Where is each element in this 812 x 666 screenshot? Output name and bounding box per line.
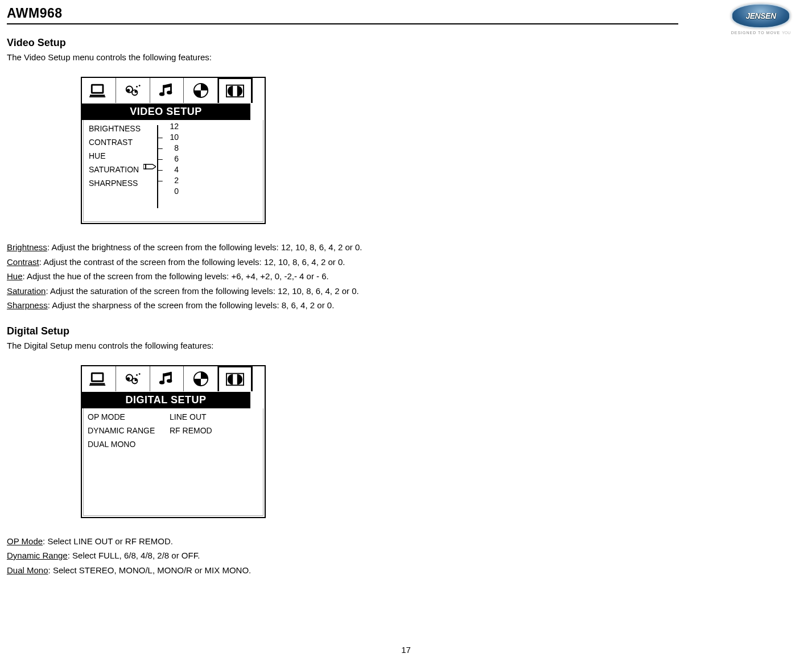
param-dual-mono: Dual Mono: Select STEREO, MONO/L, MONO/R…	[7, 563, 772, 578]
menu-item-dynamic-range: DYNAMIC RANGE	[82, 424, 167, 437]
svg-point-23	[136, 374, 138, 376]
param-brightness: Brightness: Adjust the brightness of the…	[7, 240, 772, 255]
svg-point-9	[139, 85, 141, 86]
page-number: 17	[0, 645, 812, 655]
tab-video-icon	[184, 366, 218, 391]
brand-tagline: DESIGNED TO MOVE YOU	[727, 31, 795, 35]
scale-4: 4	[164, 165, 179, 174]
digital-left-items: OP MODE DYNAMIC RANGE DUAL MONO	[82, 409, 167, 517]
scale-8: 8	[164, 143, 179, 152]
scale-10: 10	[164, 133, 179, 142]
video-setup-menu: VIDEO SETUP BRIGHTNESS CONTRAST HUE SATU…	[81, 77, 266, 224]
menu-tab-row	[82, 78, 265, 104]
svg-rect-17	[90, 383, 105, 384]
svg-point-22	[134, 378, 137, 381]
tab-digital-icon	[218, 78, 252, 103]
video-setup-intro: The Video Setup menu controls the follow…	[7, 52, 772, 62]
video-params: Brightness: Adjust the brightness of the…	[7, 240, 772, 313]
video-setup-heading: Video Setup	[7, 37, 772, 49]
svg-point-7	[134, 90, 137, 93]
svg-rect-3	[89, 96, 105, 97]
menu-item-opmode: OP MODE	[82, 410, 167, 424]
svg-point-10	[159, 92, 164, 96]
digital-params: OP Mode: Select LINE OUT or RF REMOD. Dy…	[7, 534, 772, 578]
scale-2: 2	[164, 176, 179, 185]
scale-0: 0	[164, 187, 179, 196]
param-opmode: OP Mode: Select LINE OUT or RF REMOD.	[7, 534, 772, 549]
svg-rect-1	[93, 86, 102, 92]
svg-point-11	[167, 90, 172, 94]
menu-item-dual-mono: DUAL MONO	[82, 437, 167, 451]
header-divider	[7, 23, 678, 24]
tab-speaker-icon	[116, 366, 150, 391]
param-contrast: Contrast: Adjust the contrast of the scr…	[7, 255, 772, 270]
tab-general-icon	[82, 366, 116, 391]
svg-point-25	[159, 380, 164, 384]
digital-menu-title: DIGITAL SETUP	[82, 392, 250, 408]
svg-point-24	[139, 373, 141, 375]
svg-point-26	[167, 379, 172, 383]
scale-6: 6	[164, 154, 179, 163]
tab-general-icon	[82, 78, 116, 103]
digital-setup-heading: Digital Setup	[7, 325, 772, 337]
menu-tab-row	[82, 366, 265, 392]
menu-value-rfremod: RF REMOD	[167, 424, 265, 437]
digital-menu-body: OP MODE DYNAMIC RANGE DUAL MONO LINE OUT…	[82, 408, 265, 517]
tab-speaker-icon	[116, 78, 150, 103]
tab-audio-icon	[150, 78, 184, 103]
param-hue: Hue: Adjust the hue of the screen from t…	[7, 269, 772, 284]
svg-rect-16	[93, 374, 102, 380]
brand-name: JENSEN	[745, 11, 776, 20]
tab-audio-icon	[150, 366, 184, 391]
svg-point-20	[127, 377, 130, 380]
param-saturation: Saturation: Adjust the saturation of the…	[7, 284, 772, 299]
logo-oval: JENSEN	[731, 3, 790, 28]
svg-rect-2	[90, 95, 105, 97]
param-sharpness: Sharpness: Adjust the sharpness of the s…	[7, 298, 772, 313]
scale-12: 12	[164, 122, 179, 131]
tab-spacer	[252, 366, 265, 391]
tab-video-icon	[184, 78, 218, 103]
video-menu-body: BRIGHTNESS CONTRAST HUE SATURATION SHARP…	[82, 120, 265, 223]
svg-rect-18	[89, 384, 105, 386]
menu-value-lineout: LINE OUT	[167, 410, 265, 424]
manual-page: AWM968 JENSEN DESIGNED TO MOVE YOU Video…	[0, 0, 812, 666]
video-scale: 12 –10 –8 –6 –4 –2 0	[173, 121, 265, 223]
page-header: AWM968	[7, 6, 772, 23]
tab-digital-icon	[218, 366, 252, 391]
digital-setup-intro: The Digital Setup menu controls the foll…	[7, 341, 772, 350]
tab-spacer	[252, 78, 265, 103]
model-number: AWM968	[7, 6, 63, 21]
svg-point-8	[136, 86, 138, 88]
digital-right-items: LINE OUT RF REMOD	[167, 409, 265, 517]
video-menu-title: VIDEO SETUP	[82, 104, 250, 120]
brand-logo: JENSEN DESIGNED TO MOVE YOU	[727, 3, 795, 35]
svg-point-5	[127, 89, 130, 92]
param-dynamic-range: Dynamic Range: Select FULL, 6/8, 4/8, 2/…	[7, 548, 772, 563]
digital-setup-menu: DIGITAL SETUP OP MODE DYNAMIC RANGE DUAL…	[81, 365, 266, 518]
